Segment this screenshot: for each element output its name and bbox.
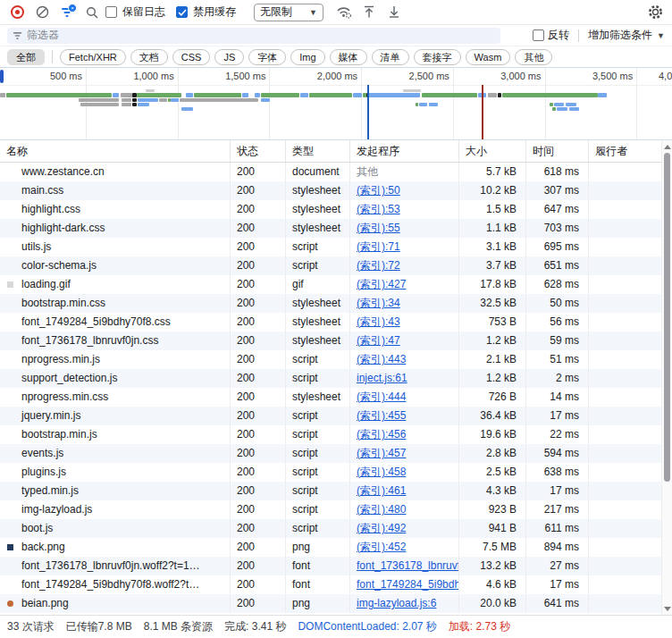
request-row[interactable]: boot.js200script(索引):492941 B611 ms [0, 519, 661, 538]
initiator-link[interactable]: (索引):455 [357, 409, 406, 422]
request-row[interactable]: font_1736178_lbnruvf0jn.woff2?t=1…200fon… [0, 557, 661, 575]
record-button[interactable] [5, 2, 29, 23]
disable-cache-checkbox[interactable] [176, 6, 188, 18]
throttling-select[interactable]: 无限制 ▼ [254, 4, 323, 21]
request-row[interactable]: support_detection.js200scriptinject.js:6… [0, 369, 661, 388]
timeline-gridline [545, 68, 546, 139]
status-bar: 33 次请求 已传输7.8 MB 8.1 MB 条资源 完成: 3.41 秒 D… [0, 615, 672, 638]
request-fulfilled-by [589, 350, 661, 369]
preserve-log-checkbox[interactable] [105, 6, 117, 18]
initiator-link[interactable]: (索引):72 [357, 259, 400, 272]
request-row[interactable]: font_1749284_5i9bdhy70f8.woff2?t…200font… [0, 575, 661, 594]
column-header-name[interactable]: 名称 [0, 140, 231, 162]
timeline-overview[interactable]: 500 ms1,000 ms1,500 ms2,000 ms2,500 ms3,… [0, 68, 672, 140]
chip-套接字[interactable]: 套接字 [414, 49, 461, 65]
chip-文档[interactable]: 文档 [130, 49, 168, 65]
request-row[interactable]: utils.js200script(索引):713.1 kB695 ms [0, 238, 661, 256]
request-row[interactable]: highlight-dark.css200stylesheet(索引):551.… [0, 219, 661, 238]
invert-checkbox[interactable] [533, 29, 544, 41]
network-conditions-button[interactable] [332, 2, 356, 23]
export-har-button[interactable] [382, 2, 406, 23]
import-har-button[interactable] [357, 2, 381, 23]
request-row[interactable]: typed.min.js200script(索引):4614.3 kB17 ms [0, 482, 661, 500]
chip-全部[interactable]: 全部 [7, 49, 45, 65]
initiator-link[interactable]: (索引):47 [357, 334, 400, 347]
initiator-link[interactable]: (索引):55 [357, 222, 400, 234]
preserve-log-label[interactable]: 保留日志 [122, 4, 165, 20]
request-row[interactable]: nprogress.min.css200stylesheet(索引):44472… [0, 388, 661, 407]
column-header-type[interactable]: 类型 [286, 140, 350, 162]
chip-CSS[interactable]: CSS [172, 49, 211, 65]
initiator-link[interactable]: img-lazyload.js:6 [357, 597, 436, 609]
column-header-time[interactable]: 时间 [526, 140, 589, 162]
initiator-link[interactable]: (索引):461 [357, 484, 406, 497]
chip-媒体[interactable]: 媒体 [330, 49, 367, 65]
scroll-up-button[interactable] [662, 141, 672, 152]
initiator-link[interactable]: (索引):34 [357, 297, 400, 309]
chip-Fetch/XHR[interactable]: Fetch/XHR [60, 49, 126, 65]
initiator-link[interactable]: (索引):53 [357, 203, 400, 215]
initiator-link[interactable]: (索引):456 [357, 428, 406, 441]
chip-JS[interactable]: JS [214, 49, 244, 65]
filter-toggle-button[interactable]: × [55, 2, 79, 23]
initiator-link[interactable]: (索引):443 [357, 353, 406, 365]
initiator-link[interactable]: font_1736178_lbnruvf0jn.woff2 [357, 559, 459, 572]
chip-字体[interactable]: 字体 [248, 49, 286, 65]
request-row[interactable]: plugins.js200script(索引):4582.5 kB638 ms [0, 463, 661, 482]
invert-label[interactable]: 反转 [548, 28, 569, 43]
request-fulfilled-by [589, 163, 661, 181]
request-row[interactable]: events.js200script(索引):4572.8 kB594 ms [0, 444, 661, 463]
initiator-link[interactable]: (索引):71 [357, 240, 400, 253]
request-row[interactable]: main.css200stylesheet(索引):5010.2 kB307 m… [0, 181, 661, 200]
initiator-link[interactable]: (索引):43 [357, 315, 400, 328]
request-status: 200 [231, 313, 286, 332]
waterfall-segment [552, 107, 556, 111]
clear-button[interactable] [30, 2, 54, 23]
column-header-initiator[interactable]: 发起程序 [350, 140, 459, 162]
filter-input[interactable]: 筛选器 [7, 28, 500, 44]
request-row[interactable]: back.png200png(索引):4527.5 MB894 ms [0, 538, 661, 557]
column-header-size[interactable]: 大小 [459, 140, 526, 162]
request-row[interactable]: font_1749284_5i9bdhy70f8.css200styleshee… [0, 313, 661, 332]
initiator-link[interactable]: (索引):458 [357, 466, 406, 478]
chip-其他[interactable]: 其他 [515, 49, 552, 65]
initiator-link[interactable]: (索引):457 [357, 447, 406, 459]
scroll-down-button[interactable] [662, 603, 672, 614]
chip-Img[interactable]: Img [290, 49, 324, 65]
request-row[interactable]: img-lazyload.js200script(索引):480923 B217… [0, 500, 661, 519]
initiator-link[interactable]: inject.js:61 [357, 372, 407, 384]
initiator-link[interactable]: (索引):427 [357, 278, 406, 290]
timeline-left-handle[interactable] [0, 70, 4, 83]
disable-cache-label[interactable]: 禁用缓存 [193, 4, 236, 20]
request-fulfilled-by [589, 275, 661, 294]
request-row[interactable]: color-schema.js200script(索引):723.7 kB651… [0, 256, 661, 275]
scrollbar-thumb[interactable] [664, 153, 670, 482]
column-header-status[interactable]: 状态 [231, 140, 286, 162]
request-row[interactable]: bootstrap.min.js200script(索引):45619.6 kB… [0, 425, 661, 444]
initiator-link[interactable]: (索引):444 [357, 390, 406, 403]
initiator-link[interactable]: (索引):480 [357, 503, 406, 516]
request-row[interactable]: font_1736178_lbnruvf0jn.css200stylesheet… [0, 332, 661, 350]
initiator-link[interactable]: (索引):492 [357, 522, 406, 534]
request-row[interactable]: highlight.css200stylesheet(索引):531.5 kB6… [0, 200, 661, 219]
request-row[interactable]: nprogress.min.js200script(索引):4432.1 kB5… [0, 350, 661, 369]
initiator-link[interactable]: font_1749284_5i9bdhy70f8.woff2 [357, 578, 459, 591]
request-initiator: (索引):55 [350, 219, 459, 238]
search-button[interactable] [80, 2, 104, 23]
request-row[interactable]: loading.gif200gif(索引):42717.8 kB628 ms [0, 275, 661, 294]
initiator-link[interactable]: (索引):50 [357, 184, 400, 197]
initiator-link[interactable]: (索引):452 [357, 541, 406, 553]
chip-Wasm[interactable]: Wasm [466, 49, 511, 65]
invert-filter-control[interactable]: 反转 [533, 28, 569, 43]
request-row[interactable]: beian.png200pngimg-lazyload.js:620.0 kB6… [0, 594, 661, 613]
more-filters-button[interactable]: 增加筛选条件 ▼ [588, 28, 665, 43]
request-row[interactable]: bootstrap.min.css200stylesheet(索引):3432.… [0, 294, 661, 313]
chip-清单[interactable]: 清单 [372, 49, 409, 65]
request-row[interactable]: jquery.min.js200script(索引):45536.4 kB17 … [0, 407, 661, 425]
filter-chips: 全部Fetch/XHR文档CSSJS字体Img媒体清单套接字Wasm其他 [0, 46, 672, 68]
vertical-scrollbar[interactable] [661, 140, 672, 615]
column-header-fulfilled-by[interactable]: 履行者 [589, 140, 661, 162]
settings-button[interactable] [643, 2, 667, 23]
request-row[interactable]: www.zestance.cn200document其他5.7 kB618 ms [0, 163, 661, 181]
waterfall-segment [498, 93, 501, 97]
